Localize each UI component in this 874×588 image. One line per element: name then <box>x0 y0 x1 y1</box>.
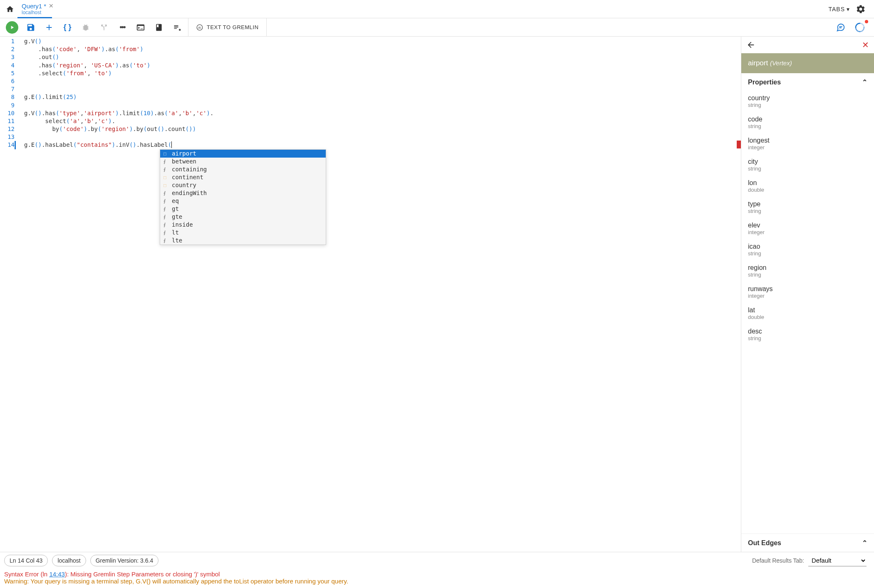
property-item[interactable]: latdouble <box>741 303 874 324</box>
gear-icon <box>856 4 866 14</box>
tab-subtitle: localhost <box>22 10 46 15</box>
tabs-menu-button[interactable]: TABS ▾ <box>828 6 850 12</box>
ellipsis-icon: ••• <box>120 23 125 32</box>
home-icon <box>6 5 14 13</box>
panel-back-button[interactable] <box>746 40 755 49</box>
property-item[interactable]: londouble <box>741 176 874 197</box>
settings-button[interactable] <box>856 4 866 14</box>
code-editor[interactable]: 1234567891011121314 g.V() .has('code', '… <box>0 37 741 552</box>
braces-icon: { } <box>63 23 71 32</box>
function-icon: ⨐ <box>163 221 169 229</box>
properties-section-header[interactable]: Properties ⌃ <box>741 73 874 91</box>
property-item[interactable]: elevinteger <box>741 218 874 240</box>
autocomplete-item[interactable]: ⨐containing <box>160 166 326 173</box>
autocomplete-item[interactable]: ⬚continent <box>160 173 326 181</box>
warning-message: Warning: Your query is missing a termina… <box>4 578 870 585</box>
more-button[interactable]: ••• <box>114 20 131 35</box>
label-icon: ⬚ <box>163 181 169 189</box>
function-icon: ⨐ <box>163 205 169 213</box>
save-icon <box>26 23 35 32</box>
property-item[interactable]: regionstring <box>741 261 874 282</box>
tab-bar: Query1 * localhost ✕ TABS ▾ <box>0 0 874 18</box>
function-icon: ⨐ <box>163 237 169 245</box>
property-item[interactable]: codestring <box>741 112 874 133</box>
format-button[interactable]: { } <box>59 20 76 35</box>
messages-area: Syntax Error (ln 14:43): Missing Gremlin… <box>0 569 874 588</box>
favorite-button[interactable] <box>169 20 186 35</box>
out-edges-section-header[interactable]: Out Edges ⌃ <box>741 534 874 552</box>
text-to-gremlin-button[interactable]: AI TEXT TO GREMLIN <box>191 20 264 35</box>
cursor-position: Ln 14 Col 43 <box>4 555 48 566</box>
properties-list: countrystringcodestringlongestintegercit… <box>741 91 874 534</box>
arrow-left-icon <box>746 40 755 49</box>
connection-pill[interactable]: localhost <box>52 555 86 566</box>
plus-icon <box>45 23 54 32</box>
docs-button[interactable] <box>151 20 167 35</box>
toolbar-separator <box>188 18 188 37</box>
property-item[interactable]: descstring <box>741 324 874 346</box>
line-gutter: 1234567891011121314 <box>0 37 18 552</box>
code-content[interactable]: g.V() .has('code', 'DFW').as('from') .ou… <box>18 37 741 552</box>
run-button[interactable] <box>6 21 18 34</box>
property-item[interactable]: countrystring <box>741 91 874 112</box>
home-button[interactable] <box>2 2 17 17</box>
console-button[interactable] <box>132 20 149 35</box>
play-icon <box>9 25 15 30</box>
panel-close-button[interactable]: ✕ <box>862 40 869 50</box>
dependency-button[interactable] <box>96 20 112 35</box>
function-icon: ⨐ <box>163 213 169 221</box>
autocomplete-item[interactable]: ⨐inside <box>160 221 326 229</box>
autocomplete-item[interactable]: ⨐gte <box>160 213 326 221</box>
list-star-icon <box>173 23 181 32</box>
label-icon: ⬚ <box>163 173 169 181</box>
error-message: Syntax Error (ln 14:43): Missing Gremlin… <box>4 571 870 578</box>
function-icon: ⨐ <box>163 189 169 197</box>
status-bar: Ln 14 Col 43 localhost Gremlin Version: … <box>0 552 874 569</box>
default-results-select[interactable]: Default <box>808 555 867 566</box>
error-location-link[interactable]: 14:43 <box>49 571 65 578</box>
activity-button[interactable] <box>852 20 868 35</box>
version-pill: Gremlin Version: 3.6.4 <box>90 555 159 566</box>
autocomplete-popup[interactable]: ⬚airport⨐between⨐containing⬚continent⬚co… <box>160 149 326 245</box>
autocomplete-item[interactable]: ⨐gt <box>160 205 326 213</box>
property-item[interactable]: icaostring <box>741 240 874 261</box>
autocomplete-item[interactable]: ⨐eq <box>160 197 326 205</box>
property-item[interactable]: runwaysinteger <box>741 282 874 303</box>
autocomplete-item[interactable]: ⨐lt <box>160 229 326 237</box>
tab-close-button[interactable]: ✕ <box>49 2 54 9</box>
autocomplete-item[interactable]: ⬚country <box>160 181 326 189</box>
chevron-up-icon: ⌃ <box>862 539 867 547</box>
comments-button[interactable] <box>832 20 849 35</box>
svg-text:AI: AI <box>198 26 201 29</box>
default-results-label: Default Results Tab: <box>752 557 804 564</box>
function-icon: ⨐ <box>163 166 169 173</box>
error-marker <box>737 141 741 148</box>
panel-title: airport (Vertex) <box>741 53 874 73</box>
new-query-button[interactable] <box>41 20 57 35</box>
toolbar-separator <box>266 18 267 37</box>
chat-icon <box>836 23 845 32</box>
autocomplete-item[interactable]: ⨐endingWith <box>160 189 326 197</box>
main-area: 1234567891011121314 g.V() .has('code', '… <box>0 37 874 552</box>
autocomplete-item[interactable]: ⨐lte <box>160 237 326 245</box>
tab-title: Query1 * <box>22 2 46 10</box>
arrow-split-icon <box>100 23 108 32</box>
autocomplete-item[interactable]: ⬚airport <box>160 150 326 158</box>
save-button[interactable] <box>22 20 39 35</box>
property-item[interactable]: typestring <box>741 197 874 218</box>
chevron-down-icon: ▾ <box>847 6 850 12</box>
autocomplete-item[interactable]: ⨐between <box>160 158 326 166</box>
ai-icon: AI <box>196 24 203 31</box>
label-icon: ⬚ <box>163 150 169 158</box>
book-icon <box>155 23 163 32</box>
function-icon: ⨐ <box>163 197 169 205</box>
property-item[interactable]: longestinteger <box>741 133 874 155</box>
function-icon: ⨐ <box>163 158 169 166</box>
spinner-icon <box>855 22 865 32</box>
schema-panel: ✕ airport (Vertex) Properties ⌃ countrys… <box>741 37 874 552</box>
chevron-up-icon: ⌃ <box>862 78 867 86</box>
bug-button[interactable] <box>77 20 94 35</box>
query-tab[interactable]: Query1 * localhost ✕ <box>17 0 52 18</box>
property-item[interactable]: citystring <box>741 155 874 176</box>
function-icon: ⨐ <box>163 229 169 237</box>
